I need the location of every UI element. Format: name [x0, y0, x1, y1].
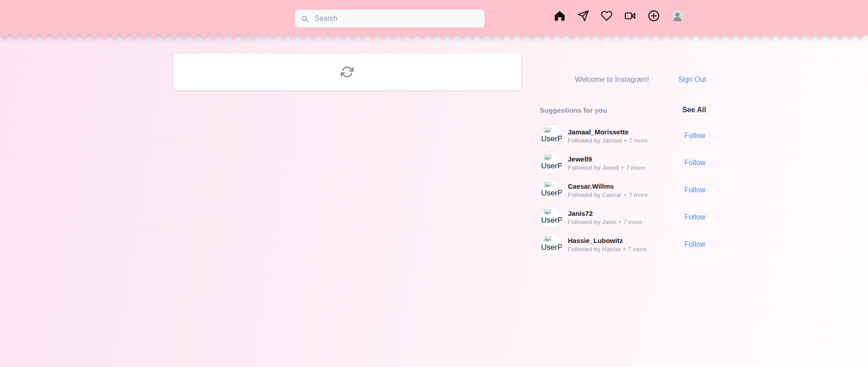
suggestion-username[interactable]: Caesar.Willms	[568, 182, 679, 190]
new-post-icon[interactable]	[648, 10, 660, 22]
suggestion-followed-by: Followed by Jewell + 7 more	[568, 164, 679, 171]
suggestion-username[interactable]: Hassie_Lubowitz	[568, 237, 679, 244]
broken-image-icon	[543, 127, 552, 134]
broken-image-icon	[543, 209, 552, 216]
see-all-link[interactable]: See All	[682, 106, 706, 114]
refresh-spinner-icon	[341, 66, 354, 78]
video-icon[interactable]	[624, 10, 636, 22]
avatar-alt-text: UserP	[541, 162, 562, 171]
suggestion-row: UserP Jewell9 Followed by Jewell + 7 mor…	[540, 149, 706, 176]
suggestion-username[interactable]: Janis72	[568, 210, 679, 217]
welcome-row: Welcome to Instagram! Sign Out	[540, 75, 706, 84]
search-input[interactable]	[314, 14, 478, 23]
follow-button[interactable]: Follow	[684, 132, 706, 140]
suggestion-avatar[interactable]: UserP	[540, 179, 562, 201]
suggestion-followed-by: Followed by Jamaal + 7 more	[568, 137, 679, 144]
avatar-alt-text: UserP	[541, 134, 562, 143]
follow-button[interactable]: Follow	[684, 240, 706, 248]
search-box	[295, 10, 485, 28]
suggestion-row: UserP Jamaal_Morissette Followed by Jama…	[540, 122, 706, 149]
feed-loading-card	[174, 53, 521, 90]
heart-icon[interactable]	[601, 10, 613, 22]
suggestion-followed-by: Followed by Caesar + 7 more	[568, 191, 679, 198]
suggestion-avatar[interactable]: UserP	[540, 124, 562, 147]
suggestions-title: Suggestions for you	[540, 106, 607, 114]
broken-image-icon	[543, 154, 552, 162]
search-icon	[301, 15, 309, 23]
avatar-alt-text: UserP	[541, 189, 562, 198]
sidebar: Welcome to Instagram! Sign Out Suggestio…	[540, 75, 706, 258]
suggestion-followed-by: Followed by Hassie + 7 more	[568, 246, 679, 253]
suggestion-username[interactable]: Jewell9	[568, 155, 679, 163]
suggestions-list: UserP Jamaal_Morissette Followed by Jama…	[540, 122, 706, 258]
suggestion-row: UserP Hassie_Lubowitz Followed by Hassie…	[540, 231, 706, 258]
welcome-text: Welcome to Instagram!	[575, 76, 649, 84]
suggestion-row: UserP Caesar.Willms Followed by Caesar +…	[540, 176, 706, 204]
suggestion-followed-by: Followed by Janis + 7 more	[568, 219, 679, 225]
suggestion-row: UserP Janis72 Followed by Janis + 7 more…	[540, 204, 706, 231]
follow-button[interactable]: Follow	[684, 213, 706, 221]
suggestion-username[interactable]: Jamaal_Morissette	[568, 128, 679, 136]
follow-button[interactable]: Follow	[684, 186, 706, 194]
home-icon[interactable]	[554, 10, 566, 22]
person-icon	[671, 10, 684, 22]
sign-out-link[interactable]: Sign Out	[678, 76, 706, 84]
profile-avatar[interactable]	[671, 10, 684, 22]
header	[0, 0, 868, 38]
avatar-alt-text: UserP	[541, 243, 562, 252]
follow-button[interactable]: Follow	[684, 159, 706, 167]
suggestion-avatar[interactable]: UserP	[540, 152, 562, 174]
send-icon[interactable]	[577, 10, 589, 22]
suggestions-header: Suggestions for you See All	[540, 105, 706, 115]
suggestion-avatar[interactable]: UserP	[540, 206, 562, 229]
suggestion-avatar[interactable]: UserP	[540, 233, 562, 256]
avatar-alt-text: UserP	[541, 216, 562, 225]
header-zigzag-border	[0, 32, 868, 38]
broken-image-icon	[543, 236, 552, 243]
broken-image-icon	[543, 181, 552, 189]
nav-icons	[554, 0, 684, 32]
